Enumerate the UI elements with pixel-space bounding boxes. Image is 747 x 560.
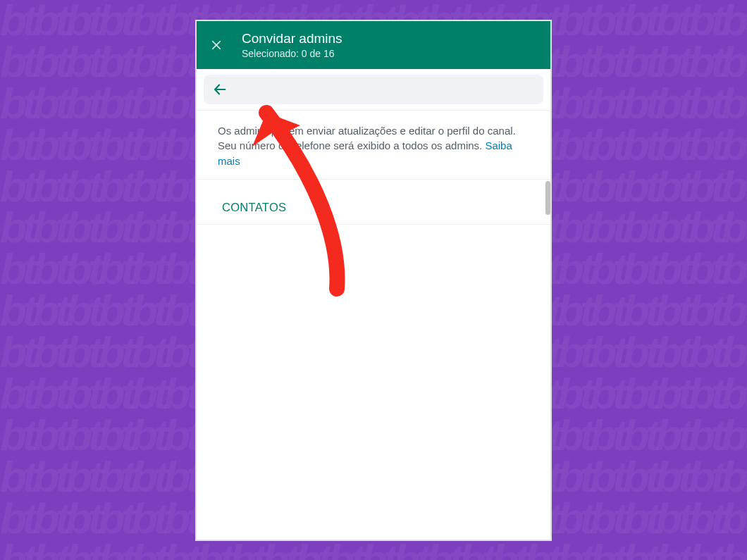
header-text-group: Convidar admins Selecionado: 0 de 16 [242,31,342,59]
back-arrow-icon[interactable] [212,82,228,97]
selection-count: Selecionado: 0 de 16 [242,48,342,59]
close-icon [210,39,223,51]
panel-title: Convidar admins [242,31,342,46]
search-area [197,69,550,110]
close-button[interactable] [206,35,226,55]
scrollbar-thumb[interactable] [545,181,550,215]
info-text-block: Os admins podem enviar atualizações e ed… [197,111,550,180]
panel-header: Convidar admins Selecionado: 0 de 16 [197,21,550,69]
info-text: Os admins podem enviar atualizações e ed… [218,125,516,152]
invite-admins-panel: Convidar admins Selecionado: 0 de 16 Os … [195,20,552,541]
panel-body: Os admins podem enviar atualizações e ed… [197,110,550,540]
contacts-section-label: CONTATOS [197,180,550,225]
watermark-row: btbtbtbtbtbtbtbtbtbtbtbtbtbtbtbtbtbtbtbt… [0,540,747,560]
search-box[interactable] [204,75,543,104]
search-input[interactable] [242,83,535,95]
